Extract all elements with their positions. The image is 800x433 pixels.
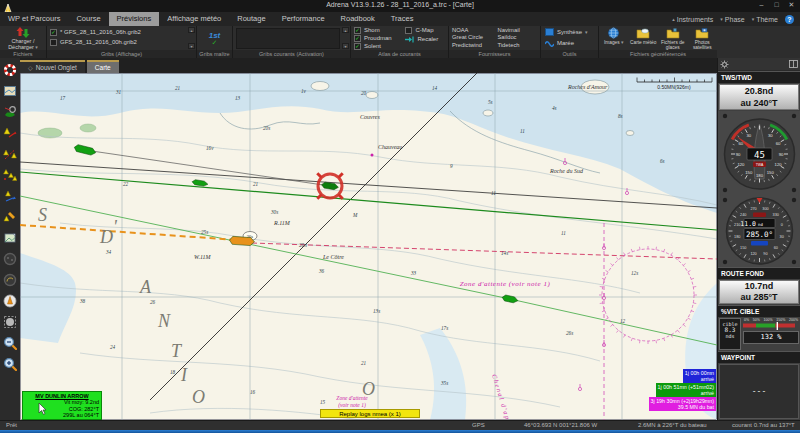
instruments-dropdown[interactable]: ▴ Instruments: [672, 16, 713, 23]
pointer-mode-tool[interactable]: [2, 292, 18, 310]
menu-course[interactable]: Course: [68, 12, 108, 26]
photos-satellites-button[interactable]: Photos satellites: [688, 27, 716, 50]
atlas-shom-checkbox[interactable]: ✓ Shom: [351, 26, 402, 34]
status-current: courant 0.7nd au 137°T: [732, 421, 795, 430]
provider-navimail[interactable]: Navimail: [498, 27, 538, 34]
wind-angle-dial[interactable]: 303060609090120120150150180 45 TWA: [718, 111, 800, 195]
menu-routage[interactable]: Routage: [229, 12, 273, 26]
minimize-button[interactable]: –: [755, 0, 768, 10]
tab-nouvel-onglet[interactable]: ◇ Nouvel Onglet: [20, 60, 85, 73]
provider-saildoc[interactable]: Saildoc: [498, 34, 538, 41]
depth-sounding: 1v: [301, 88, 307, 94]
dial-label: 60: [775, 141, 780, 146]
depth-sounding: 16: [250, 389, 256, 395]
boat-route-tool[interactable]: [2, 103, 18, 121]
carte-meteo-button[interactable]: Carte météo: [629, 27, 657, 45]
target-speed-widget[interactable]: cible 8.3 nds 0%50%100%150%200% 132 %: [718, 317, 800, 351]
menu-traces[interactable]: Traces: [383, 12, 422, 26]
recaler-button[interactable]: Recaler: [402, 34, 448, 44]
title-bar: Adrena V13.9.1.26 - 28_11_2016_a.trc - […: [0, 0, 800, 12]
grib-file-row[interactable]: GFS_28_11_2016_00h.grib2: [47, 37, 196, 47]
dial-label: 180: [756, 173, 764, 178]
zone-select-tool[interactable]: [2, 313, 18, 331]
theme-dropdown[interactable]: ▾ Thème: [752, 16, 778, 23]
chevron-down-icon: ▾: [35, 44, 38, 50]
dial-label: 90: [778, 152, 783, 157]
maximize-button[interactable]: □: [770, 0, 783, 10]
dial-label: 120: [774, 162, 782, 167]
georef-image-tool[interactable]: [2, 229, 18, 247]
checkbox-unchecked-icon[interactable]: [50, 39, 57, 46]
scroll-down-button[interactable]: ▾: [188, 43, 195, 49]
waypoint-multi-tool[interactable]: [2, 166, 18, 184]
chevron-down-icon: ▾: [752, 16, 755, 22]
atlas-cmap-checkbox[interactable]: C-Map: [402, 26, 448, 34]
chart-big-letter: S: [38, 205, 48, 225]
maree-button[interactable]: Marée: [541, 37, 598, 48]
left-toolbar: [0, 58, 20, 420]
gribs-courants-list[interactable]: [236, 28, 340, 49]
provider-predictwind[interactable]: Predictwind: [452, 42, 492, 49]
scroll-up-button[interactable]: ▴: [188, 27, 195, 33]
phase-dropdown[interactable]: ▾ Phase: [720, 16, 744, 23]
zoom-out-tool[interactable]: [2, 334, 18, 352]
waypoint-move-tool[interactable]: [2, 124, 18, 142]
nautical-chart[interactable]: SD'ANTIOO173121131v20145s4s8s20s16v22213…: [20, 73, 717, 420]
menu-wp-et-parcours[interactable]: WP et Parcours: [0, 12, 68, 26]
target-speed-percent: 132 %: [743, 331, 799, 344]
menu-previsions[interactable]: Prévisions: [109, 12, 160, 26]
scroll-down-button[interactable]: ▾: [342, 43, 349, 49]
provider-great-circle[interactable]: Great Circle: [452, 34, 492, 41]
images-button[interactable]: Images ▾: [600, 27, 628, 45]
charger-decharger-button[interactable]: Charger / Décharger ▾: [0, 26, 46, 50]
ribbon-group-georef: Images ▾ Carte météo Fichiers de glaces: [599, 26, 717, 58]
depth-sounding: 14s: [501, 250, 508, 256]
bearing-circle-tool[interactable]: [2, 271, 18, 289]
panel-layout-icon[interactable]: [789, 60, 798, 68]
compass-dial[interactable]: 0306090120150180210240270300330 11.0 nd …: [718, 195, 800, 267]
depth-sounding: 5s: [488, 99, 493, 105]
boat-marker[interactable]: [229, 236, 254, 246]
provider-noaa[interactable]: NOAA: [452, 27, 492, 34]
chart-big-letter: O: [192, 387, 206, 407]
waypoint-edit-tool[interactable]: [2, 208, 18, 226]
gribs-maitre-button[interactable]: 1st ✓: [197, 26, 232, 50]
chart-big-letter: A: [139, 277, 152, 297]
compass-gauge: 0306090120150180210240270300330 11.0 nd …: [720, 195, 799, 267]
waypoint-goto-tool[interactable]: [2, 187, 18, 205]
satellite-photos-folder-icon: [695, 27, 709, 39]
depth-sounding: 9: [450, 163, 453, 169]
atlas-solent-checkbox[interactable]: ✓ Solent: [351, 42, 402, 50]
mob-button[interactable]: [2, 61, 18, 79]
checkbox-checked-icon[interactable]: ✓: [50, 29, 57, 36]
range-circle-tool[interactable]: [2, 250, 18, 268]
gear-icon[interactable]: [720, 60, 729, 69]
zoom-in-tool[interactable]: [2, 355, 18, 373]
help-button[interactable]: ?: [785, 15, 794, 24]
twa-digital-value: 45: [754, 150, 765, 160]
provider-tidetech[interactable]: Tidetech: [498, 42, 538, 49]
waypoint-value-box[interactable]: ---: [719, 364, 799, 419]
gauge-segment: [776, 324, 796, 328]
route-fond-value-box[interactable]: 10.7nd au 285°T: [719, 280, 799, 304]
boat-info-box[interactable]: MV DUNLIN ARROW Vit moy: 9.2nd COG: 282°…: [22, 391, 102, 420]
depth-sounding: 21: [253, 181, 259, 187]
scroll-up-button[interactable]: ▴: [342, 27, 349, 33]
scale-label: 0.50MN(926m): [657, 84, 691, 90]
menu-affichage-meteo[interactable]: Affichage météo: [159, 12, 229, 26]
fichiers-glaces-button[interactable]: Fichiers de glaces: [659, 27, 687, 50]
tws-value-box[interactable]: 20.8nd au 240°T: [719, 84, 799, 110]
synthese-button[interactable]: Synthèse ▾: [541, 26, 598, 37]
atlas-proudman-checkbox[interactable]: ✓ Proudman: [351, 34, 402, 42]
depth-sounding: 33: [411, 270, 417, 276]
chart-select-button[interactable]: [2, 82, 18, 100]
menu-performance[interactable]: Performance: [274, 12, 333, 26]
menu-roadbook[interactable]: Roadbook: [333, 12, 383, 26]
recaler-arrow-icon: [405, 36, 414, 43]
close-button[interactable]: ✕: [785, 0, 798, 10]
tab-carte[interactable]: Carte: [87, 60, 119, 73]
chart-big-letter: D: [99, 227, 114, 247]
grib-file-row[interactable]: ✓ * GFS_28_11_2016_06h.grib2: [47, 27, 196, 37]
waypoint-line-tool[interactable]: [2, 145, 18, 163]
replay-status-badge[interactable]: Replay logs nmea (x 1): [320, 409, 420, 418]
